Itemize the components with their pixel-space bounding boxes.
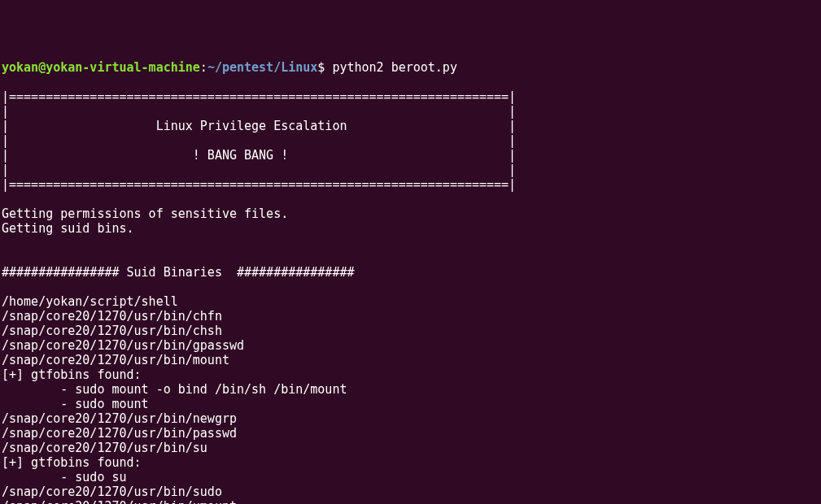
suid-line: /snap/core20/1270/usr/bin/umount xyxy=(2,499,819,504)
banner-line: | | xyxy=(2,104,819,119)
suid-line: - sudo su xyxy=(2,470,819,484)
suid-line: /snap/core20/1270/usr/bin/newgrp xyxy=(2,411,819,426)
suid-line: [+] gtfobins found: xyxy=(2,367,819,382)
suid-line: /snap/core20/1270/usr/bin/su xyxy=(2,441,819,455)
prompt-colon: : xyxy=(200,60,207,75)
banner-line: | | xyxy=(2,133,819,148)
banner-line xyxy=(2,192,819,206)
banner-line: | | xyxy=(2,163,819,177)
banner-line xyxy=(2,75,819,89)
prompt-line[interactable]: yokan@yokan-virtual-machine:~/pentest/Li… xyxy=(2,60,819,75)
banner-line: |=======================================… xyxy=(2,89,819,104)
prompt-path: ~/pentest/Linux xyxy=(207,60,317,75)
status-line: Getting suid bins. xyxy=(2,221,819,236)
banner-line: |=======================================… xyxy=(2,177,819,192)
status-block: Getting permissions of sensitive files.G… xyxy=(2,206,819,265)
section-header: ################ Suid Binaries #########… xyxy=(2,265,819,280)
suid-line: /snap/core20/1270/usr/bin/chfn xyxy=(2,309,819,324)
suid-line xyxy=(2,280,819,294)
banner-block: |=======================================… xyxy=(2,75,819,206)
suid-line: /snap/core20/1270/usr/bin/sudo xyxy=(2,484,819,499)
banner-line: | ! BANG BANG ! | xyxy=(2,148,819,163)
suid-line: /snap/core20/1270/usr/bin/chsh xyxy=(2,324,819,338)
suid-line: - sudo mount -o bind /bin/sh /bin/mount xyxy=(2,382,819,397)
prompt-user-host: yokan@yokan-virtual-machine xyxy=(2,60,200,75)
status-line xyxy=(2,236,819,250)
banner-line: | Linux Privilege Escalation | xyxy=(2,119,819,133)
suid-line: [+] gtfobins found: xyxy=(2,455,819,470)
suid-line: /snap/core20/1270/usr/bin/mount xyxy=(2,353,819,367)
status-line xyxy=(2,250,819,265)
status-line: Getting permissions of sensitive files. xyxy=(2,206,819,221)
command-value: python2 beroot.py xyxy=(332,60,457,75)
suid-line: /snap/core20/1270/usr/bin/gpasswd xyxy=(2,338,819,353)
suid-line: - sudo mount xyxy=(2,397,819,411)
suid-output-block: /home/yokan/script/shell/snap/core20/127… xyxy=(2,280,819,504)
suid-line: /home/yokan/script/shell xyxy=(2,294,819,309)
suid-line: /snap/core20/1270/usr/bin/passwd xyxy=(2,426,819,441)
